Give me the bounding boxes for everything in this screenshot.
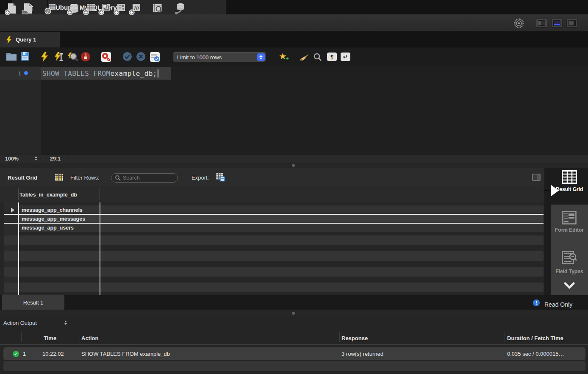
commit-icon[interactable] (122, 52, 132, 61)
table-row[interactable]: message_app_channels (19, 205, 544, 214)
search-icon (115, 175, 121, 181)
grid-view-icon[interactable] (55, 174, 63, 181)
action-output-selector[interactable] (64, 321, 67, 325)
row-limit-dropdown[interactable]: Limit to 1000 rows (173, 52, 266, 62)
beautify-script-icon[interactable] (299, 53, 309, 61)
panel-gap (544, 168, 551, 295)
main-toolbar (0, 14, 588, 32)
result-grid-gutter (4, 202, 19, 295)
create-procedure-icon[interactable] (113, 2, 127, 15)
grid-line (4, 214, 544, 215)
left-panel-glyph (538, 20, 545, 26)
toggle-word-wrap-icon[interactable]: ↵ (341, 53, 350, 61)
success-check-icon: ✓ (13, 351, 19, 357)
explain-query-icon[interactable] (67, 52, 78, 62)
query-bolt-icon (6, 36, 12, 44)
dropdown-stepper-icon (257, 53, 265, 61)
zoom-stepper[interactable] (35, 156, 37, 161)
row-time: 10:22:02 (42, 351, 64, 357)
save-script-icon[interactable] (20, 52, 30, 61)
active-panel-pointer-icon (551, 185, 559, 197)
query-tab-label: Query 1 (16, 36, 36, 43)
create-table-icon[interactable] (83, 2, 96, 15)
mysql-workbench-window: Ubuntu MySQL Server i (0, 0, 588, 374)
col-header-response[interactable]: Response (341, 335, 368, 341)
grid-line (4, 223, 544, 224)
workbench-badge-icon[interactable] (513, 18, 524, 29)
create-function-icon[interactable]: ƒ() (128, 2, 142, 15)
side-panel-label-field-types[interactable]: Field Types (551, 269, 588, 274)
open-sql-file-icon[interactable] (20, 2, 34, 15)
result-grid-panel-icon (562, 170, 577, 184)
row-action: SHOW TABLES FROM example_db (81, 351, 170, 357)
export-label: Export: (191, 175, 209, 181)
statement-marker-icon (24, 71, 28, 75)
star-plus-badge: + (286, 55, 289, 62)
column-header-tables[interactable]: Tables_in_example_db (19, 192, 77, 198)
show-invisibles-icon[interactable]: ¶ (327, 53, 337, 61)
empty-row-stripe (4, 267, 544, 277)
toggle-right-sidebar-button[interactable] (566, 19, 578, 28)
toggle-left-sidebar-button[interactable] (536, 19, 547, 28)
col-header-duration[interactable]: Duration / Fetch Time (507, 335, 563, 341)
row-response: 3 row(s) returned (341, 351, 383, 357)
col-header-action[interactable]: Action (81, 335, 98, 341)
rollback-icon[interactable] (136, 52, 146, 61)
empty-row-stripe (4, 235, 544, 245)
sql-identifier: example_db; (111, 69, 157, 78)
execute-query-icon[interactable] (40, 52, 49, 62)
export-recordset-icon[interactable] (216, 173, 225, 182)
empty-row-stripe (4, 283, 544, 292)
create-schema-icon[interactable] (67, 2, 80, 15)
row-value: message_app_channels (22, 207, 83, 213)
row-duration: 0.035 sec / 0.000015… (507, 351, 564, 357)
editor-result-splitter[interactable] (0, 163, 588, 168)
row-index: 1 (23, 351, 26, 357)
side-panel-label-form-editor[interactable]: Form Editor (551, 227, 588, 233)
toggle-autocommit-icon[interactable] (150, 52, 160, 62)
find-icon[interactable] (313, 53, 322, 61)
result-output-splitter[interactable] (0, 310, 588, 317)
filter-search-input[interactable] (111, 173, 178, 183)
editor-tab-bar (0, 32, 588, 47)
open-script-icon[interactable] (6, 52, 17, 61)
form-editor-panel-icon[interactable] (562, 211, 577, 224)
right-panel-glyph (569, 20, 576, 26)
toggle-stop-on-error-icon[interactable] (101, 52, 111, 62)
collapse-side-panel-icon[interactable] (532, 174, 541, 181)
row-value: message_app_messages (22, 216, 85, 222)
toggle-output-panel-button[interactable] (551, 19, 563, 28)
new-query-tab-icon[interactable] (4, 2, 18, 15)
sql-keywords: SHOW TABLES FROM (42, 69, 111, 78)
create-view-icon[interactable] (98, 2, 111, 15)
read-only-label: Read Only (544, 301, 572, 308)
sql-editor[interactable] (0, 66, 588, 155)
col-header-time[interactable]: Time (44, 335, 56, 341)
save-snippet-icon[interactable]: ★ + (279, 51, 287, 61)
execute-current-statement-icon[interactable] (54, 52, 64, 62)
editor-gutter (0, 66, 41, 155)
result-grid-title: Result Grid (8, 175, 37, 181)
query-tab[interactable]: Query 1 (0, 32, 60, 47)
grid-line (100, 202, 100, 295)
empty-output-stripe (3, 361, 585, 371)
inspector-icon[interactable]: i (44, 2, 57, 15)
bottom-panel-glyph (553, 20, 560, 26)
editor-zoom-level: 100% (5, 156, 19, 162)
result-tab[interactable]: Result 1 (2, 295, 64, 310)
table-row-selected[interactable]: message_app_messages (19, 214, 544, 223)
editor-status-bar (0, 155, 588, 163)
action-output-title: Action Output (3, 320, 37, 326)
search-data-icon[interactable] (150, 2, 164, 15)
splitter-handle-icon (292, 164, 295, 167)
sql-code-line[interactable]: SHOW TABLES FROM example_db; (42, 67, 158, 80)
pointer-line (544, 190, 551, 191)
row-value: message_app_users (22, 225, 74, 231)
field-types-panel-icon[interactable] (562, 251, 577, 265)
database-connect-icon[interactable] (173, 2, 186, 15)
chevron-down-icon[interactable] (564, 282, 575, 290)
caret-position: 29:1 (50, 156, 61, 162)
table-row[interactable]: message_app_users (19, 223, 544, 232)
filter-rows-label: Filter Rows: (70, 175, 100, 181)
stop-query-icon[interactable] (80, 52, 91, 62)
